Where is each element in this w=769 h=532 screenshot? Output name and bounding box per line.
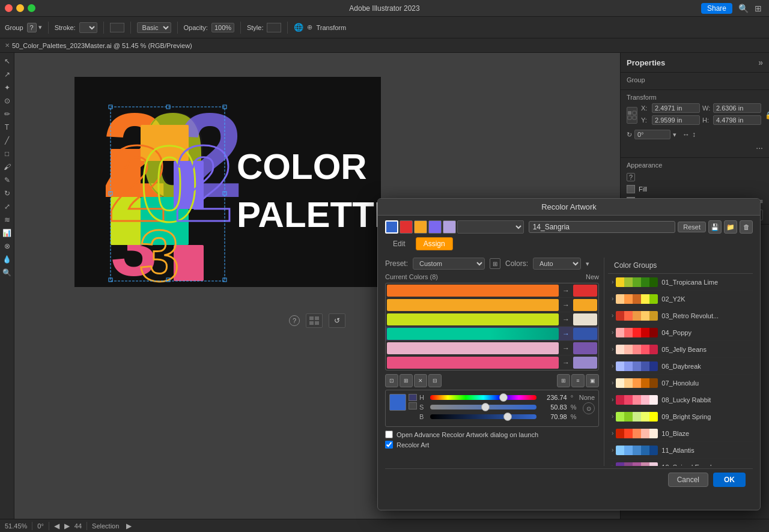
pen-tool[interactable]: ✏ [1,108,13,120]
color-group-item-2[interactable]: ›02_Y2K [608,291,753,307]
color-row-4[interactable]: → [386,327,598,341]
advanced-checkbox[interactable] [385,431,393,438]
rotate-tool[interactable]: ↻ [1,187,13,199]
select-tool[interactable]: ↖ [1,55,13,67]
color-row-3[interactable]: → [386,312,598,327]
h-thumb[interactable] [499,393,508,402]
stroke-dropdown[interactable] [79,22,97,33]
transform-grid-icon[interactable] [627,107,637,124]
rect-tool[interactable]: □ [1,148,13,160]
fill-swatch[interactable] [627,185,635,193]
prev-page-icon[interactable]: ◀ [54,522,59,530]
direct-select-tool[interactable]: ↗ [1,68,13,80]
color-group-item-9[interactable]: ›09_Bright Spring [608,408,753,425]
h-slider[interactable] [430,395,536,400]
zoom-tool[interactable]: 🔍 [1,267,13,279]
table-icon[interactable]: ⊟ [428,374,442,387]
hsb-main-swatch[interactable] [389,394,406,411]
eyedropper-tool[interactable]: 💧 [1,253,13,265]
color-group-item-11[interactable]: ›11_Atlantis [608,442,753,459]
globe-icon[interactable]: 🌐 [294,23,303,32]
color-row-2[interactable]: → [386,298,598,312]
color-group-item-5[interactable]: ›05_Jelly Beans [608,341,753,358]
preset-select[interactable]: Custom [413,258,485,270]
canvas-view-icon[interactable] [306,313,323,328]
pencil-tool[interactable]: ✎ [1,174,13,186]
help-icon[interactable]: ? [289,315,300,326]
share-button[interactable]: Share [701,3,732,14]
close-button[interactable] [5,4,13,12]
edit-tab[interactable]: Edit [385,237,413,250]
hsb-swatch-2[interactable] [409,402,417,410]
color-row-5[interactable]: → [386,341,598,355]
color-wheel-icon[interactable]: ⊙ [583,402,595,414]
swatch-purple[interactable] [428,220,442,234]
h-input[interactable] [713,115,761,125]
b-slider[interactable] [430,414,536,419]
color-group-item-3[interactable]: ›03_Retro Revolut... [608,307,753,324]
maximize-button[interactable] [28,4,35,12]
color-swatch-toolbar[interactable] [110,23,124,32]
lasso-tool[interactable]: ⊙ [1,95,13,107]
graph-tool[interactable]: 📊 [1,227,13,239]
flip-h-icon[interactable]: ↔ [682,130,690,139]
exclude-icon[interactable]: ✕ [414,374,427,387]
collapse-arrow[interactable]: » [758,58,763,67]
assign-tab[interactable]: Assign [416,237,453,250]
color-group-item-4[interactable]: ›04_Poppy [608,324,753,341]
color-group-item-6[interactable]: ›06_Daybreak [608,358,753,375]
cancel-button[interactable]: Cancel [668,473,708,487]
s-thumb[interactable] [481,403,490,411]
basic-dropdown[interactable]: Basic [137,22,171,33]
y-input[interactable] [652,115,700,125]
palette-name-input[interactable] [529,221,676,233]
recolor-art-checkbox[interactable] [385,441,393,449]
swatch-orange[interactable] [414,220,427,234]
hsb-swatch-1[interactable] [409,394,417,401]
folder-icon[interactable]: 📁 [724,220,737,234]
text-tool[interactable]: T [1,121,13,133]
transform-icon[interactable]: ⊕ [307,23,312,31]
color-row-6[interactable]: → [386,355,598,370]
magic-wand-tool[interactable]: ✦ [1,82,13,94]
lock-icon[interactable]: 🔒 [765,111,769,119]
preview-icon[interactable]: ▣ [586,374,599,387]
b-thumb[interactable] [503,413,512,421]
tab-close-icon[interactable]: ✕ [5,42,10,49]
status-expand-icon[interactable]: ▶ [126,522,132,530]
swatch-select[interactable] [457,220,524,234]
separate-icon[interactable]: ⊞ [400,374,413,387]
s-slider[interactable] [430,405,536,410]
flip-v-icon[interactable]: ↕ [692,130,696,139]
minimize-button[interactable] [16,4,24,12]
swatch-red[interactable] [400,220,413,234]
grid-view-icon[interactable]: ⊞ [557,374,570,387]
swatch-blue[interactable] [385,220,398,234]
help-q-icon[interactable]: ? [627,173,635,181]
warp-tool[interactable]: ≋ [1,214,13,226]
style-swatch[interactable] [267,23,281,32]
delete-icon[interactable]: 🗑 [740,220,753,234]
reset-button[interactable]: Reset [678,222,706,232]
color-group-item-12[interactable]: ›12_Spiced Eggpl... [608,459,753,466]
colors-select[interactable]: Auto [533,258,581,270]
more-options-icon[interactable]: ··· [756,143,763,153]
rotation-dropdown[interactable]: ▾ [673,131,676,139]
rotation-input[interactable] [634,130,670,139]
search-icon[interactable]: 🔍 [738,4,749,13]
preset-grid-icon[interactable]: ⊞ [490,258,500,269]
color-group-item-7[interactable]: ›07_Honolulu [608,375,753,391]
color-group-item-8[interactable]: ›08_Lucky Rabbit [608,391,753,408]
blend-tool[interactable]: ⊗ [1,240,13,252]
line-tool[interactable]: ╱ [1,135,13,147]
next-page-icon[interactable]: ▶ [64,522,70,530]
ok-button[interactable]: OK [713,473,746,487]
color-group-item-1[interactable]: ›01_Tropicana Lime [608,274,753,291]
list-view-icon[interactable]: ≡ [571,374,585,387]
w-input[interactable] [713,103,761,113]
paintbrush-tool[interactable]: 🖌 [1,161,13,173]
canvas-sync-icon[interactable]: ↺ [329,313,345,328]
merge-icon[interactable]: ⊡ [385,374,398,387]
opacity-input[interactable] [211,23,234,32]
x-input[interactable] [652,103,700,113]
